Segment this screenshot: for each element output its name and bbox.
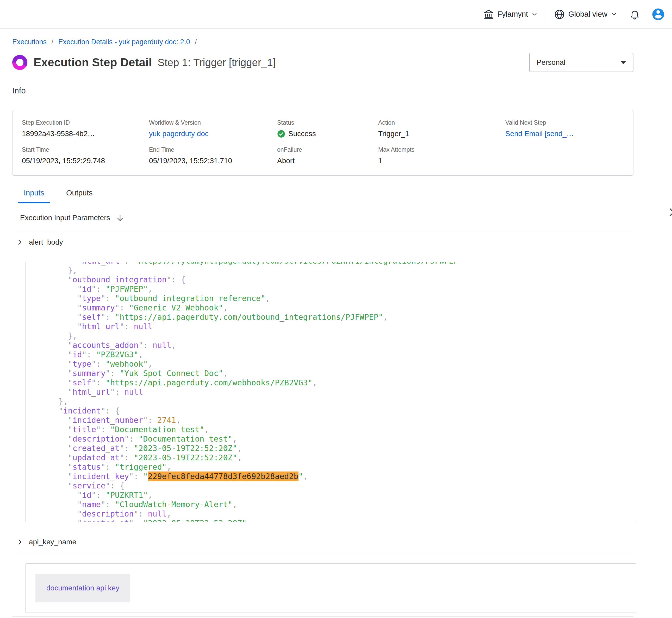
code-line: "service": { <box>30 481 636 491</box>
chevron-down-icon <box>531 11 538 18</box>
code-line: "summary": "Yuk Spot Connect Doc", <box>30 369 636 378</box>
info-section-heading: Info <box>12 86 634 96</box>
alert-body-json-viewer[interactable]: "html_url": "https://fylamynt.pagerduty.… <box>25 262 636 522</box>
info-field-label: Workflow & Version <box>149 119 277 126</box>
code-line: "self": "https://api.pagerduty.com/outbo… <box>30 313 636 322</box>
breadcrumb: Executions / Execution Details - yuk pag… <box>12 38 634 46</box>
page-title: Execution Step Detail <box>33 56 152 69</box>
breadcrumb-link-executions[interactable]: Executions <box>12 38 47 46</box>
execution-input-parameters-label: Execution Input Parameters <box>20 214 110 222</box>
info-field-value: 05/19/2023, 15:52:31.710 <box>149 157 277 165</box>
page-subtitle: Step 1: Trigger [trigger_1] <box>158 57 276 69</box>
api-key-name-panel: documentation api key <box>25 563 636 613</box>
code-line: }, <box>30 331 636 341</box>
code-line: }, <box>30 397 636 406</box>
scope-select[interactable]: Personal <box>529 53 634 72</box>
code-line: "id": "PZB2VG3", <box>30 350 636 359</box>
user-avatar-icon <box>651 7 665 21</box>
info-field-value[interactable]: Send Email [send_… <box>505 129 624 138</box>
code-line: "id": "PJFWPEP", <box>30 284 636 294</box>
code-line: "title": "Documentation test", <box>30 425 636 434</box>
info-field: Step Execution ID18992a43-9538-4b2… <box>22 119 149 138</box>
tab-outputs[interactable]: Outputs <box>61 189 98 203</box>
info-field-label: onFailure <box>277 146 378 153</box>
info-field-value[interactable]: yuk pagerduty doc <box>149 129 277 138</box>
info-field-value: 1 <box>378 157 505 165</box>
code-line: "html_url": null <box>30 388 636 397</box>
info-field-label: Start Time <box>22 146 149 153</box>
info-field: Valid Next StepSend Email [send_… <box>505 119 624 138</box>
info-field: onFailureAbort <box>277 146 378 165</box>
code-line: "id": "PUZKRT1", <box>30 491 636 500</box>
code-line: "accounts_addon": null, <box>30 341 636 350</box>
info-field-value: Success <box>277 129 378 138</box>
topbar: Fylamynt Global view <box>0 0 672 29</box>
bank-icon <box>483 9 494 20</box>
scroll-right-indicator[interactable] <box>668 207 672 219</box>
tab-bar: InputsOutputs <box>12 189 634 203</box>
info-field: Workflow & Versionyuk pagerduty doc <box>149 119 277 138</box>
info-field: Max Attempts1 <box>378 146 505 165</box>
org-label: Fylamynt <box>497 10 528 18</box>
divider <box>12 100 634 100</box>
info-field-label: Valid Next Step <box>505 119 624 126</box>
api-key-name-chip: documentation api key <box>35 574 130 602</box>
info-field-value: Trigger_1 <box>378 129 505 138</box>
tab-inputs[interactable]: Inputs <box>18 189 50 203</box>
code-line: "html_url": "https://fylamynt.pagerduty.… <box>30 262 636 266</box>
code-line: "status": "triggered", <box>30 462 636 472</box>
code-line: "summary": "Generic V2 Webhook", <box>30 303 636 313</box>
execution-input-parameters-header[interactable]: Execution Input Parameters <box>12 203 634 232</box>
info-field-label: Step Execution ID <box>22 119 149 126</box>
code-line: "incident_key": "229efec8feda44778d3fe69… <box>30 472 636 481</box>
breadcrumb-link-execution-details[interactable]: Execution Details - yuk pagerduty doc: 2… <box>58 38 190 46</box>
info-field-label: Max Attempts <box>378 146 505 153</box>
view-switcher[interactable]: Global view <box>554 9 617 20</box>
info-field: End Time05/19/2023, 15:52:31.710 <box>149 146 277 165</box>
page-header: Execution Step Detail Step 1: Trigger [t… <box>12 53 634 72</box>
breadcrumb-separator: / <box>195 38 197 46</box>
code-line: "type": "webhook", <box>30 359 636 369</box>
info-field-value: Abort <box>277 157 378 165</box>
code-line: "type": "outbound_integration_reference"… <box>30 294 636 303</box>
breadcrumb-separator: / <box>52 38 54 46</box>
scope-select-value: Personal <box>536 58 566 67</box>
view-label: Global view <box>568 10 607 18</box>
arrow-down-icon[interactable] <box>116 214 124 222</box>
code-line: "updated_at": "2023-05-19T22:52:20Z", <box>30 453 636 462</box>
json-code: "html_url": "https://fylamynt.pagerduty.… <box>25 262 636 522</box>
code-line: "description": null, <box>30 509 636 519</box>
code-line: "created_at": "2023-05-19T22:52:20Z", <box>30 519 636 522</box>
code-line: }, <box>30 266 636 275</box>
user-avatar[interactable] <box>651 7 665 21</box>
code-line: "html_url": null <box>30 322 636 331</box>
info-field: StatusSuccess <box>277 119 378 138</box>
section-label: api_key_name <box>29 538 76 546</box>
code-line: "name": "CloudWatch-Memory-Alert", <box>30 500 636 509</box>
code-line: "description": "Documentation test", <box>30 434 636 444</box>
check-circle-icon <box>277 130 285 138</box>
section-api-key-name[interactable]: api_key_name <box>12 532 634 552</box>
notifications-button[interactable] <box>629 9 640 20</box>
code-line: "incident": { <box>30 406 636 416</box>
bell-icon <box>629 9 640 20</box>
chevron-down-icon <box>610 11 617 18</box>
chevron-right-icon <box>16 538 24 546</box>
code-line: "created_at": "2023-05-19T22:52:20Z", <box>30 444 636 453</box>
caret-down-icon <box>620 61 626 64</box>
code-line: "incident_number": 2741, <box>30 416 636 425</box>
code-line: "self": "https://api.pagerduty.com/webho… <box>30 378 636 388</box>
section-label: alert_body <box>29 238 63 246</box>
workflow-ring-icon <box>12 55 27 70</box>
info-field-value: 18992a43-9538-4b2… <box>22 129 149 138</box>
org-switcher[interactable]: Fylamynt <box>483 9 538 20</box>
info-card: Step Execution ID18992a43-9538-4b2…Workf… <box>12 110 634 176</box>
info-field-label: End Time <box>149 146 277 153</box>
code-line: "outbound_integration": { <box>30 275 636 284</box>
info-field: Start Time05/19/2023, 15:52:29.748 <box>22 146 149 165</box>
section-api-key-value[interactable]: api_key_value <box>12 617 634 618</box>
info-field-value: 05/19/2023, 15:52:29.748 <box>22 157 149 165</box>
section-alert-body[interactable]: alert_body <box>12 232 634 252</box>
chevron-right-icon <box>16 238 24 246</box>
info-field-label: Status <box>277 119 378 126</box>
